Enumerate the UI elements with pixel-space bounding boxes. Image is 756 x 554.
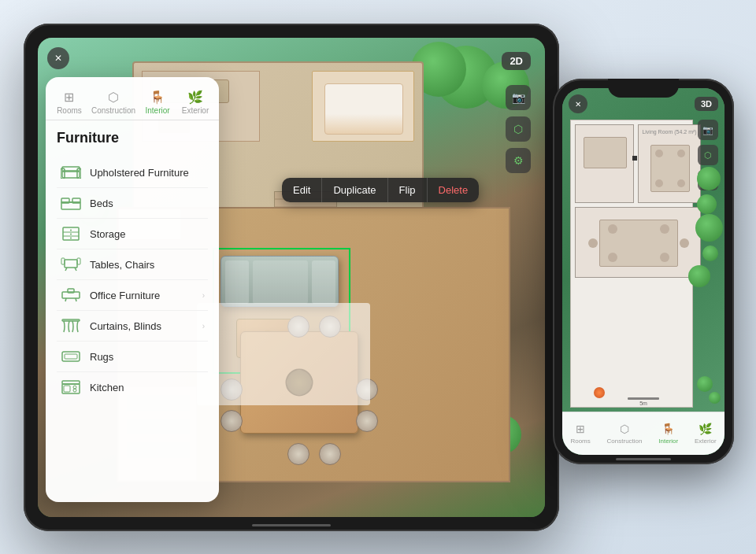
rug xyxy=(197,303,370,405)
exterior-icon: 🌿 xyxy=(187,90,203,105)
tab-interior[interactable]: 🪑 Interior xyxy=(140,85,175,120)
ipad-close-button[interactable]: ✕ xyxy=(47,47,69,69)
iphone-tab-interior[interactable]: 🪑 Interior xyxy=(658,423,678,445)
svg-point-13 xyxy=(70,238,72,239)
ipad-device: Edit Duplicate Flip Delete ✕ 2D 📷 ⬡ ⚙ ⊞ xyxy=(24,24,559,531)
iphone-tree-2 xyxy=(697,194,717,214)
chair-bottom-2 xyxy=(319,443,341,465)
kitchen-icon xyxy=(60,379,82,395)
context-delete[interactable]: Delete xyxy=(428,178,480,202)
item-office[interactable]: Office Furniture › xyxy=(57,280,208,311)
chair-right-2 xyxy=(356,410,378,432)
tab-construction[interactable]: ⬡ Construction xyxy=(90,85,137,120)
svg-line-21 xyxy=(76,298,76,301)
item-upholstered-label: Upholstered Furniture xyxy=(90,167,205,179)
iphone-tree-3 xyxy=(695,214,723,242)
curtains-chevron-icon: › xyxy=(202,322,205,331)
tables-chairs-icon xyxy=(60,257,82,272)
point-indicator xyxy=(632,156,637,161)
scale-bar: 5m xyxy=(628,397,659,406)
svg-rect-14 xyxy=(65,260,77,268)
iphone-interior-icon: 🪑 xyxy=(662,423,675,435)
rugs-icon xyxy=(60,349,82,364)
bed-furniture xyxy=(324,83,403,135)
construction-icon: ⬡ xyxy=(108,90,119,105)
scale-line xyxy=(628,397,659,400)
iphone-tree-1 xyxy=(697,167,721,190)
svg-rect-22 xyxy=(68,289,74,293)
plant-dot xyxy=(594,387,605,398)
ipad-camera-button[interactable]: 📷 xyxy=(506,85,531,110)
ipad-settings-button[interactable]: ⚙ xyxy=(506,148,531,173)
sidebar-tabs: ⊞ Rooms ⬡ Construction 🪑 Interior 🌿 Exte… xyxy=(46,77,219,120)
item-office-label: Office Furniture xyxy=(90,290,202,301)
svg-rect-27 xyxy=(64,386,70,392)
iphone-top-bar: ✕ 3D xyxy=(569,94,718,113)
iphone-scene: Living Room (54.2 m²) xyxy=(562,88,724,455)
scene-container: Edit Duplicate Flip Delete ✕ 2D 📷 ⬡ ⚙ ⊞ xyxy=(0,0,756,554)
svg-point-12 xyxy=(70,234,72,235)
tab-rooms-label: Rooms xyxy=(57,106,82,115)
bed-2d xyxy=(584,137,627,168)
svg-point-29 xyxy=(73,389,76,392)
iphone-tab-bar: ⊞ Rooms ⬡ Construction 🪑 Interior 🌿 Exte… xyxy=(562,412,724,455)
svg-rect-25 xyxy=(65,354,77,359)
floorplan-2d: Living Room (54.2 m²) xyxy=(570,120,693,408)
office-icon xyxy=(60,287,82,303)
sidebar-content: Furniture Upholstered Furniture xyxy=(46,120,219,498)
item-rugs[interactable]: Rugs xyxy=(57,342,208,372)
context-edit[interactable]: Edit xyxy=(282,178,322,202)
room-living: Living Room (54.2 m²) xyxy=(638,124,701,203)
item-kitchen-label: Kitchen xyxy=(90,382,205,393)
room-bedroom xyxy=(575,124,634,203)
iphone-layers-button[interactable]: ⬡ xyxy=(698,145,718,165)
tab-rooms[interactable]: ⊞ Rooms xyxy=(52,85,87,120)
item-kitchen[interactable]: Kitchen xyxy=(57,372,208,402)
item-curtains[interactable]: Curtains, Blinds › xyxy=(57,311,208,342)
chair-bottom-1 xyxy=(287,443,309,465)
tab-exterior[interactable]: 🌿 Exterior xyxy=(178,85,213,120)
iphone-tab-interior-label: Interior xyxy=(658,438,678,445)
item-storage[interactable]: Storage xyxy=(57,219,208,249)
item-beds-label: Beds xyxy=(90,198,205,209)
svg-point-11 xyxy=(70,230,72,231)
storage-icon xyxy=(60,226,82,242)
ipad-layers-button[interactable]: ⬡ xyxy=(506,116,531,142)
tab-interior-label: Interior xyxy=(146,106,170,115)
scale-text: 5m xyxy=(639,401,647,406)
dining-table-2d xyxy=(650,145,690,192)
svg-line-20 xyxy=(65,298,66,301)
curtains-icon xyxy=(60,318,82,334)
item-upholstered[interactable]: Upholstered Furniture xyxy=(57,157,208,188)
iphone-tree-6 xyxy=(709,392,721,404)
iphone-home-indicator xyxy=(616,458,671,460)
svg-point-28 xyxy=(73,386,76,389)
iphone-screen: Living Room (54.2 m²) xyxy=(562,88,724,455)
item-beds[interactable]: Beds xyxy=(57,188,208,219)
iphone-camera-button[interactable]: 📷 xyxy=(698,120,718,140)
iphone-tab-rooms[interactable]: ⊞ Rooms xyxy=(570,423,590,445)
iphone-tab-construction[interactable]: ⬡ Construction xyxy=(607,423,643,445)
big-table-2d xyxy=(599,220,678,267)
iphone-tab-construction-label: Construction xyxy=(607,438,643,445)
context-menu: Edit Duplicate Flip Delete xyxy=(282,178,479,202)
ipad-screen: Edit Duplicate Flip Delete ✕ 2D 📷 ⬡ ⚙ ⊞ xyxy=(38,38,545,517)
iphone-tab-exterior[interactable]: 🌿 Exterior xyxy=(695,423,717,445)
item-storage-label: Storage xyxy=(90,228,205,240)
room-label: Living Room (54.2 m²) xyxy=(639,129,700,135)
chair-left-2 xyxy=(220,410,243,432)
item-tables-chairs[interactable]: Tables, Chairs xyxy=(57,249,208,280)
context-duplicate[interactable]: Duplicate xyxy=(322,178,387,202)
iphone-exterior-icon: 🌿 xyxy=(699,423,712,435)
sidebar-title: Furniture xyxy=(57,130,208,146)
item-rugs-label: Rugs xyxy=(90,351,205,363)
tab-construction-label: Construction xyxy=(91,106,135,115)
context-flip[interactable]: Flip xyxy=(388,178,428,202)
iphone-3d-toggle[interactable]: 3D xyxy=(695,97,718,111)
ipad-2d-toggle[interactable]: 2D xyxy=(502,52,531,70)
iphone-close-button[interactable]: ✕ xyxy=(569,94,587,113)
beds-icon xyxy=(60,195,82,211)
sofa-item xyxy=(220,256,339,307)
iphone-device: Living Room (54.2 m²) xyxy=(553,79,734,464)
iphone-rooms-icon: ⊞ xyxy=(576,423,585,435)
